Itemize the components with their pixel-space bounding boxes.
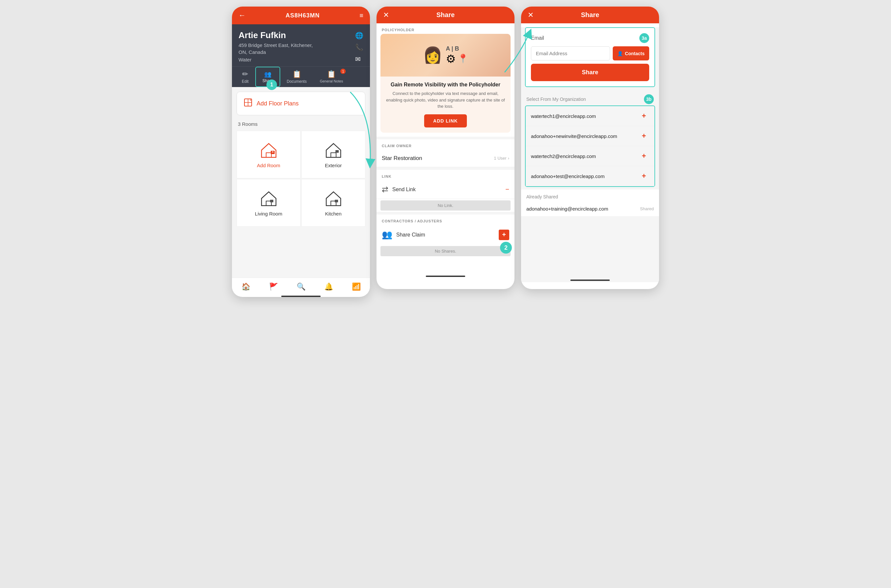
documents-icon: 📋 xyxy=(292,70,301,78)
org-email-4: adonahoo+test@encircleapp.com xyxy=(531,174,604,179)
step-3a-badge: 3a xyxy=(639,33,649,43)
org-email-3: watertech2@encircleapp.com xyxy=(531,153,596,159)
card-illustration: 👩 A | B ⚙ 📍 xyxy=(381,34,510,76)
svg-rect-10 xyxy=(270,200,273,202)
add-contact-4-button[interactable]: + xyxy=(639,171,649,182)
svg-text:+: + xyxy=(250,99,251,102)
claim-owner-section-label: CLAIM OWNER xyxy=(376,139,514,150)
add-room-cell[interactable]: + Add Room xyxy=(237,131,301,178)
nav-bell[interactable]: 🔔 xyxy=(324,282,333,291)
svg-rect-8 xyxy=(336,150,339,153)
living-room-cell[interactable]: Living Room xyxy=(237,179,301,226)
card-title: Gain Remote Visibility with the Policyho… xyxy=(386,82,505,88)
already-shared-section: Already Shared adonahoo+training@encircl… xyxy=(521,189,659,216)
add-floor-plans-label: Add Floor Plans xyxy=(256,100,298,107)
panel1-body: + Add Floor Plans 3 Rooms xyxy=(232,87,370,278)
email-icon[interactable]: ✉ xyxy=(355,55,363,63)
home-indicator xyxy=(281,296,321,297)
send-link-label: Send Link xyxy=(392,187,501,192)
svg-rect-4 xyxy=(266,153,272,158)
shared-badge-1: Shared xyxy=(640,206,654,211)
globe-icon[interactable]: 🌐 xyxy=(355,32,363,39)
floor-plan-icon: + xyxy=(243,98,253,109)
no-link-bar: No Link. xyxy=(381,200,510,211)
claim-owner-meta: 1 User › xyxy=(494,156,509,160)
contractors-section: CONTRACTORS / ADJUSTERS 👥 Share Claim + … xyxy=(376,214,514,261)
close-button[interactable]: ✕ xyxy=(383,11,389,20)
email-section: Email 3a 👤 Contacts Share xyxy=(525,27,655,87)
svg-rect-12 xyxy=(335,200,338,202)
kitchen-icon xyxy=(324,189,344,208)
add-contact-2-button[interactable]: + xyxy=(639,131,649,141)
home-indicator-2 xyxy=(426,276,465,277)
rooms-grid: + Add Room xyxy=(237,131,365,226)
org-email-2: adonahoo+newinvite@encircleapp.com xyxy=(531,134,617,139)
claim-info: Artie Fufkin 459 Bridge Street East, Kit… xyxy=(232,24,370,66)
claim-id: AS8H63MN xyxy=(285,12,320,19)
address-line1: 459 Bridge Street East, Kitchener, xyxy=(238,42,313,49)
svg-rect-7 xyxy=(331,153,336,158)
nav-home[interactable]: 🏠 xyxy=(242,282,250,291)
share-header-3: ✕ Share xyxy=(521,7,659,23)
claim-tag: Water xyxy=(238,57,313,62)
phone-icon[interactable]: 📞 xyxy=(355,44,363,51)
contractors-section-label: CONTRACTORS / ADJUSTERS xyxy=(376,214,514,225)
notes-icon: 📋 xyxy=(327,70,336,78)
svg-text:+: + xyxy=(272,150,274,154)
gear-illustration: ⚙ xyxy=(446,52,456,65)
share-claim-label: Share Claim xyxy=(396,232,495,238)
nav-flag[interactable]: 🚩 xyxy=(269,282,278,291)
tab-notes-label: General Notes xyxy=(320,79,343,83)
person-illustration: 👩 xyxy=(423,46,442,64)
ab-label: A | B xyxy=(446,45,459,52)
share-claim-row: 👥 Share Claim + xyxy=(376,225,514,245)
edit-icon: ✏ xyxy=(242,70,248,78)
policyholder-section-label: POLICYHOLDER xyxy=(376,23,514,34)
policyholder-card: 👩 A | B ⚙ 📍 Gain Remote Visibility xyxy=(381,34,510,133)
pin-illustration: 📍 xyxy=(458,54,468,64)
email-input[interactable] xyxy=(531,46,610,60)
tab-edit[interactable]: ✏ Edit xyxy=(235,67,255,87)
add-link-button[interactable]: ADD LINK xyxy=(424,114,467,128)
address-line2: ON, Canada xyxy=(238,49,313,56)
contacts-button-label: Contacts xyxy=(625,51,645,56)
step-3b-badge: 3b xyxy=(644,94,654,104)
org-section: Select From My Organization 3b watertech… xyxy=(521,91,659,187)
send-link-row[interactable]: ⇄ Send Link − xyxy=(376,180,514,199)
add-room-icon: + xyxy=(259,141,279,160)
email-label: Email xyxy=(531,35,544,41)
living-room-icon xyxy=(259,189,279,208)
shared-contact-1: adonahoo+training@encircleapp.com Shared xyxy=(521,201,659,216)
add-contact-1-button[interactable]: + xyxy=(639,111,649,121)
org-contacts-box: watertech1@encircleapp.com + adonahoo+ne… xyxy=(525,105,655,187)
org-contact-4: adonahoo+test@encircleapp.com + xyxy=(526,166,654,186)
share-title-3: Share xyxy=(581,11,599,19)
rooms-count: 3 Rooms xyxy=(237,121,365,127)
org-contact-3: watertech2@encircleapp.com + xyxy=(526,146,654,166)
close-button-3[interactable]: ✕ xyxy=(528,11,534,20)
share-body: POLICYHOLDER 👩 A | B ⚙ 📍 xyxy=(376,23,514,273)
tab-documents[interactable]: 📋 Documents xyxy=(280,67,314,87)
step-2-badge: 2 xyxy=(500,242,512,254)
nav-search[interactable]: 🔍 xyxy=(297,282,306,291)
tab-edit-label: Edit xyxy=(242,79,249,84)
share-button[interactable]: Share xyxy=(531,64,649,81)
back-button[interactable]: ← xyxy=(238,11,246,20)
card-desc: Connect to the policyholder via text mes… xyxy=(386,90,505,110)
contacts-button[interactable]: 👤 Contacts xyxy=(613,46,649,60)
living-room-label: Living Room xyxy=(255,211,282,216)
menu-button[interactable]: ≡ xyxy=(359,12,363,20)
nav-wifi[interactable]: 📶 xyxy=(352,282,361,291)
add-floor-plans-button[interactable]: + Add Floor Plans xyxy=(237,92,365,115)
minus-icon[interactable]: − xyxy=(505,186,509,193)
home-indicator-3 xyxy=(570,279,610,281)
exterior-cell[interactable]: Exterior xyxy=(301,131,365,178)
share-claim-add-button[interactable]: + xyxy=(499,230,509,240)
claim-owner-row[interactable]: Star Restoration 1 User › xyxy=(376,150,514,167)
tab-general-notes[interactable]: 📋 1 General Notes xyxy=(313,67,350,87)
share-title: Share xyxy=(436,11,455,19)
org-contact-1: watertech1@encircleapp.com + xyxy=(526,106,654,126)
add-contact-3-button[interactable]: + xyxy=(639,151,649,161)
notes-badge: 1 xyxy=(340,69,346,74)
kitchen-cell[interactable]: Kitchen xyxy=(301,179,365,226)
